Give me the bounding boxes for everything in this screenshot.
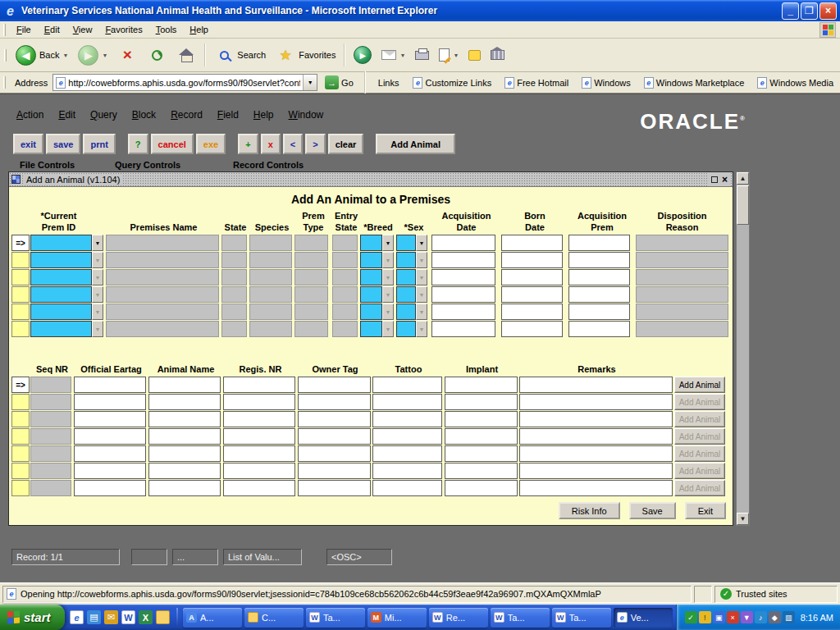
implant-field[interactable] bbox=[445, 480, 518, 496]
remarks-field[interactable] bbox=[519, 394, 673, 410]
breed-dropdown-button[interactable]: ▼ bbox=[382, 252, 394, 268]
animal-name-field[interactable] bbox=[148, 394, 221, 410]
born-date-field[interactable] bbox=[501, 304, 563, 320]
next-record-button[interactable]: > bbox=[305, 134, 325, 154]
animal-name-field[interactable] bbox=[148, 463, 221, 479]
menu-item-help[interactable]: Help bbox=[183, 22, 215, 37]
acquisition-prem-field[interactable] bbox=[568, 252, 630, 268]
breed-dropdown-button[interactable]: ▼ bbox=[382, 235, 394, 251]
tattoo-field[interactable] bbox=[372, 377, 442, 393]
breed-field[interactable] bbox=[360, 252, 382, 268]
remarks-field[interactable] bbox=[519, 428, 673, 445]
official-eartag-field[interactable] bbox=[74, 377, 146, 393]
discuss-button[interactable] bbox=[463, 40, 486, 70]
born-date-field[interactable] bbox=[501, 269, 563, 285]
form-save-button[interactable]: Save bbox=[629, 502, 676, 519]
task-button-active[interactable]: eVe... bbox=[614, 608, 673, 628]
animal-name-field[interactable] bbox=[148, 445, 221, 462]
execute-query-button[interactable]: exe bbox=[196, 134, 226, 154]
current-prem-id-field[interactable] bbox=[30, 235, 92, 251]
official-eartag-field[interactable] bbox=[74, 480, 146, 496]
sex-dropdown-button[interactable]: ▼ bbox=[416, 304, 427, 320]
implant-field[interactable] bbox=[445, 428, 518, 445]
link-windows[interactable]: eWindows bbox=[577, 77, 636, 89]
tattoo-field[interactable] bbox=[372, 394, 442, 410]
implant-field[interactable] bbox=[445, 377, 518, 393]
owner-tag-field[interactable] bbox=[298, 377, 371, 393]
regis-nr-field[interactable] bbox=[223, 377, 295, 393]
breed-field[interactable] bbox=[360, 269, 382, 285]
remarks-field[interactable] bbox=[519, 377, 673, 393]
official-eartag-field[interactable] bbox=[74, 463, 146, 479]
messenger-icon[interactable]: × bbox=[727, 611, 739, 623]
remarks-field[interactable] bbox=[519, 463, 673, 479]
oracle-menu-record[interactable]: Record bbox=[164, 107, 209, 122]
restore-icon[interactable] bbox=[711, 176, 718, 183]
acquisition-date-field[interactable] bbox=[431, 252, 495, 268]
current-prem-id-field[interactable] bbox=[30, 252, 92, 268]
sex-dropdown-button[interactable]: ▼ bbox=[416, 321, 427, 337]
close-icon[interactable]: × bbox=[722, 175, 728, 185]
tattoo-field[interactable] bbox=[372, 428, 442, 445]
tattoo-field[interactable] bbox=[372, 411, 442, 427]
favorites-button[interactable]: ★ Favorites bbox=[271, 40, 340, 70]
prem-id-dropdown-button[interactable]: ▼ bbox=[92, 269, 103, 285]
official-eartag-field[interactable] bbox=[74, 445, 146, 462]
menu-item-edit[interactable]: Edit bbox=[38, 22, 66, 37]
sex-field[interactable] bbox=[396, 269, 416, 285]
breed-dropdown-button[interactable]: ▼ bbox=[382, 269, 394, 285]
network-icon[interactable]: ▣ bbox=[713, 611, 725, 623]
oracle-menu-edit[interactable]: Edit bbox=[52, 107, 82, 122]
ie-quicklaunch-icon[interactable]: e bbox=[70, 610, 84, 624]
regis-nr-field[interactable] bbox=[223, 445, 295, 462]
remarks-field[interactable] bbox=[519, 445, 673, 462]
oracle-menu-field[interactable]: Field bbox=[211, 107, 245, 122]
regis-nr-field[interactable] bbox=[223, 428, 295, 445]
menu-item-favorites[interactable]: Favorites bbox=[98, 22, 148, 37]
owner-tag-field[interactable] bbox=[298, 411, 371, 427]
animal-name-field[interactable] bbox=[148, 428, 221, 445]
owner-tag-field[interactable] bbox=[298, 463, 371, 479]
implant-field[interactable] bbox=[445, 445, 518, 462]
save-button[interactable]: save bbox=[46, 134, 80, 154]
stop-button[interactable]: × bbox=[112, 40, 142, 70]
breed-field[interactable] bbox=[360, 321, 382, 337]
breed-field[interactable] bbox=[360, 304, 382, 320]
owner-tag-field[interactable] bbox=[298, 394, 371, 410]
animal-name-field[interactable] bbox=[148, 377, 221, 393]
regis-nr-field[interactable] bbox=[223, 463, 295, 479]
breed-dropdown-button[interactable]: ▼ bbox=[382, 321, 394, 337]
owner-tag-field[interactable] bbox=[298, 428, 371, 445]
acquisition-prem-field[interactable] bbox=[568, 286, 630, 303]
oracle-menu-help[interactable]: Help bbox=[247, 107, 281, 122]
print-button[interactable]: prnt bbox=[83, 134, 115, 154]
usb-icon[interactable]: ◆ bbox=[769, 611, 781, 623]
clear-record-button[interactable]: clear bbox=[328, 134, 364, 154]
oracle-menu-block[interactable]: Block bbox=[126, 107, 162, 122]
official-eartag-field[interactable] bbox=[74, 394, 146, 410]
display-icon[interactable]: ▥ bbox=[783, 611, 795, 623]
outlook-icon[interactable]: ✉ bbox=[104, 610, 118, 624]
acquisition-prem-field[interactable] bbox=[568, 269, 630, 285]
risk-info-button[interactable]: Risk Info bbox=[559, 502, 620, 519]
born-date-field[interactable] bbox=[501, 252, 563, 268]
forms-window-titlebar[interactable]: Add an Animal (v1.104) × bbox=[9, 172, 733, 187]
close-button[interactable]: × bbox=[819, 2, 837, 20]
remarks-field[interactable] bbox=[519, 480, 673, 496]
prem-id-dropdown-button[interactable]: ▼ bbox=[92, 286, 103, 303]
breed-dropdown-button[interactable]: ▼ bbox=[382, 286, 394, 303]
animal-name-field[interactable] bbox=[148, 411, 221, 427]
task-button[interactable]: MMi... bbox=[368, 608, 427, 628]
menu-item-view[interactable]: View bbox=[66, 22, 99, 37]
minimize-button[interactable]: _ bbox=[782, 2, 799, 20]
address-input[interactable]: e http://cowebforms.aphis.usda.gov/forms… bbox=[52, 74, 317, 91]
edit-button[interactable]: ▼ bbox=[434, 40, 463, 70]
current-prem-id-field[interactable] bbox=[30, 286, 92, 303]
current-prem-id-field[interactable] bbox=[30, 269, 92, 285]
task-button[interactable]: WRe... bbox=[429, 608, 488, 628]
remove-record-button[interactable]: x bbox=[261, 134, 281, 154]
vertical-scrollbar[interactable]: ▲ ▼ bbox=[736, 171, 750, 526]
link-windows-marketplace[interactable]: eWindows Marketplace bbox=[639, 77, 750, 89]
sex-field[interactable] bbox=[396, 252, 416, 268]
help-button[interactable]: ? bbox=[128, 134, 148, 154]
